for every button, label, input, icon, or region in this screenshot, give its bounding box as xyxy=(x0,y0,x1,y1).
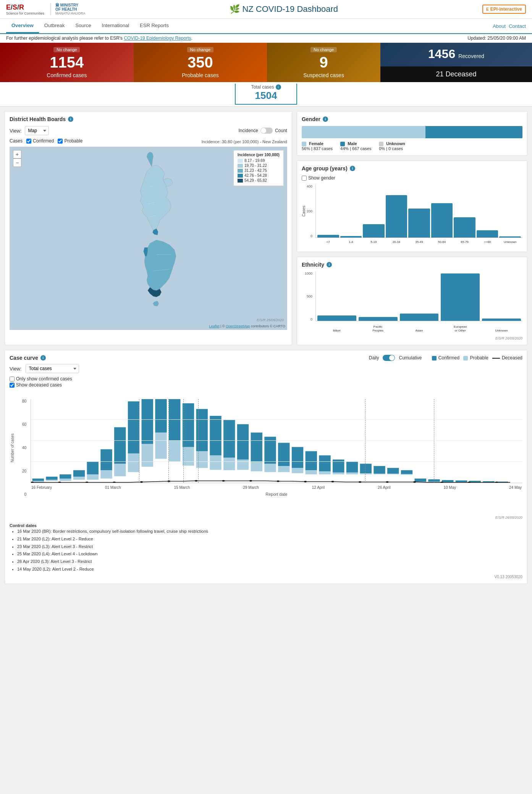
probable-nochange: No change xyxy=(187,47,213,52)
recovered-stat: 1456 Recovered xyxy=(380,43,532,66)
main-content: District Health Boards i View: Map Table… xyxy=(0,107,532,589)
svg-rect-25 xyxy=(155,399,167,433)
osm-link[interactable]: OpenStreetMap xyxy=(226,324,250,328)
age-bar-20-34: 20-34 xyxy=(386,195,407,238)
age-bar-65-79: 65-79 xyxy=(454,217,475,238)
legend-item-5: 54.29 - 65.82 xyxy=(238,178,280,183)
nav-international[interactable]: International xyxy=(97,19,135,33)
header: E/S/R Science for Communities 🏛 MINISTRY… xyxy=(0,0,532,19)
age-bar-unknown: Unknown xyxy=(499,236,521,238)
svg-point-78 xyxy=(86,482,88,483)
header-logos: E/S/R Science for Communities 🏛 MINISTRY… xyxy=(6,3,85,15)
about-link[interactable]: About xyxy=(493,23,506,29)
svg-rect-23 xyxy=(142,399,153,444)
gender-panel: Gender i Female 56% | 837 cases xyxy=(297,111,527,156)
grid-line-20 xyxy=(31,461,522,462)
toggle-switch[interactable] xyxy=(260,128,273,134)
confirmed-checkbox[interactable] xyxy=(26,139,31,144)
svg-rect-20 xyxy=(128,453,139,472)
leaflet-link[interactable]: Leaflet xyxy=(209,324,220,328)
confirmed-stat: No change 1154 Confirmed cases xyxy=(0,43,134,82)
zoom-in-button[interactable]: + xyxy=(13,150,21,158)
dashed-line-L4: L4 xyxy=(198,399,199,483)
show-deceased-checkbox[interactable] xyxy=(10,383,15,388)
contact-link[interactable]: Contact xyxy=(509,23,526,29)
fern-icon: 🌿 xyxy=(230,4,240,14)
svg-rect-59 xyxy=(387,468,399,474)
map-zoom-controls: + − xyxy=(13,150,21,167)
daily-cumulative-toggle[interactable] xyxy=(383,355,395,361)
nav-left: Overview Outbreak Source International E… xyxy=(6,19,174,33)
svg-rect-40 xyxy=(264,464,276,472)
cc-x-axis: 16 February 01 March 15 March 29 March 1… xyxy=(31,485,522,490)
case-curve-title: Case curve i xyxy=(10,355,46,361)
cases-filter: Cases Confirmed Probable xyxy=(10,138,82,144)
total-info-icon[interactable]: i xyxy=(276,84,281,90)
dhb-info-icon[interactable]: i xyxy=(68,116,73,122)
grid-line-60 xyxy=(31,419,522,420)
recovered-number: 1456 xyxy=(428,47,455,61)
control-dates-title: Control dates xyxy=(10,523,37,528)
nav-outbreak[interactable]: Outbreak xyxy=(39,19,70,33)
svg-rect-50 xyxy=(333,472,344,474)
legend-color-4 xyxy=(238,174,243,178)
show-gender-checkbox-label[interactable]: Show gender xyxy=(302,175,522,181)
svg-rect-17 xyxy=(100,449,112,470)
probable-checkbox[interactable] xyxy=(58,139,63,144)
nav-overview[interactable]: Overview xyxy=(6,19,39,33)
deceased-number: 21 xyxy=(436,70,443,78)
svg-point-88 xyxy=(359,481,361,483)
legend-item-2: 19.70 - 31.22 xyxy=(238,163,280,168)
nav-esr-reports[interactable]: ESR Reports xyxy=(134,19,174,33)
deceased-stat: 21 Deceased xyxy=(380,66,532,82)
svg-rect-39 xyxy=(251,433,262,462)
control-dates: Control dates 16 Mar 2020 (BR): Border r… xyxy=(10,523,522,573)
svg-rect-47 xyxy=(306,451,317,470)
cc-x-axis-label: Report date xyxy=(31,492,522,496)
ethnicity-esr-watermark: E/S/R 26/05/2020 xyxy=(302,336,522,340)
dashed-line-L2a: L2 xyxy=(168,399,169,483)
recovered-deceased-group: 1456 Recovered 21 Deceased xyxy=(380,43,532,82)
dashboard-title: 🌿 NZ COVID-19 Dashboard xyxy=(230,4,338,14)
age-group-title: Age group (years) i xyxy=(302,165,522,171)
legend-color-3 xyxy=(238,169,243,173)
cc-bars-area: BR L2 L3 L4 L3 L2 xyxy=(31,399,522,483)
confirmed-checkbox-label[interactable]: Confirmed xyxy=(26,138,54,144)
only-confirmed-checkbox[interactable] xyxy=(10,377,15,382)
svg-rect-57 xyxy=(374,466,385,474)
show-gender-checkbox[interactable] xyxy=(302,176,307,181)
cc-view-select[interactable]: Total cases Confirmed only xyxy=(26,364,79,373)
eth-bar-pacific: PacificPeoples xyxy=(359,317,398,321)
age-bar-35-49: 35-49 xyxy=(408,209,430,238)
svg-rect-13 xyxy=(73,470,85,477)
suspected-stat: No change 9 Suspected cases xyxy=(267,43,380,82)
only-confirmed-label[interactable]: Only show confirmed cases xyxy=(10,376,522,382)
epidemiology-link[interactable]: COVID-19 Epidemiology Reports xyxy=(124,36,191,41)
unknown-legend: Unknown 0% | 0 cases xyxy=(379,141,405,151)
probable-checkbox-label[interactable]: Probable xyxy=(58,138,82,144)
age-info-icon[interactable]: i xyxy=(350,166,355,171)
ethnicity-info-icon[interactable]: i xyxy=(327,262,332,267)
control-date-item-4: 25 Mar 2020 (L4): Alert Level 4 - Lockdo… xyxy=(17,550,522,558)
case-curve-info-icon[interactable]: i xyxy=(40,355,46,361)
eth-bars: Māori PacificPeoples Asian Europeanor Ot… xyxy=(315,272,522,321)
gender-info-icon[interactable]: i xyxy=(323,116,328,122)
svg-rect-9 xyxy=(46,477,57,480)
female-cases: 56% | 837 cases xyxy=(302,146,333,151)
show-deceased-label[interactable]: Show deceased cases xyxy=(10,382,522,388)
svg-rect-60 xyxy=(401,474,412,475)
svg-rect-27 xyxy=(169,399,180,441)
map-area[interactable]: + − Incidence (per 100,000) 8.17 - 19.69… xyxy=(10,147,287,330)
map-view-select[interactable]: Map Table xyxy=(25,126,49,135)
count-label: Count xyxy=(275,128,287,133)
zoom-out-button[interactable]: − xyxy=(13,158,21,167)
grid-line-40 xyxy=(31,440,522,441)
nav-source[interactable]: Source xyxy=(70,19,96,33)
gender-female-bar xyxy=(302,126,425,138)
female-dot xyxy=(302,142,306,146)
age-bars: <7 1-4 5-19 20-34 35-49 50-64 65-79 >=80… xyxy=(315,184,522,238)
svg-rect-22 xyxy=(142,444,153,467)
version-label: V0.13 20053020 xyxy=(10,575,522,579)
age-bar-5-19: 5-19 xyxy=(363,224,385,238)
cc-svg xyxy=(31,399,522,483)
